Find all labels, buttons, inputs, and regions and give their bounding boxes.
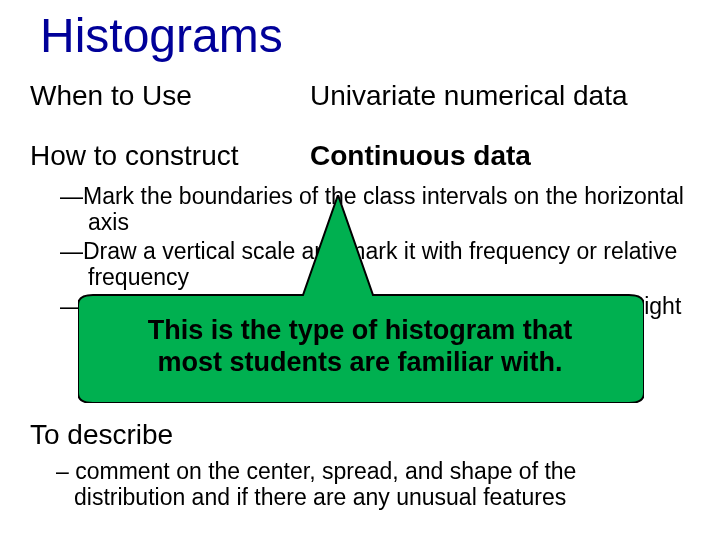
when-to-use-label: When to Use [30,80,192,112]
how-to-construct-value: Continuous data [310,140,531,172]
to-describe-heading: To describe [30,419,173,451]
describe-bullets: – comment on the center, spread, and sha… [56,458,690,511]
construct-bullet-2: —Draw a vertical scale and mark it with … [60,238,690,291]
construct-bullet-1: —Mark the boundaries of the class interv… [60,183,690,236]
how-to-construct-label: How to construct [30,140,239,172]
callout-line-2: most students are familiar with. [157,347,562,377]
slide-title: Histograms [40,8,283,63]
describe-bullet-1: – comment on the center, spread, and sha… [56,458,690,511]
when-to-use-value: Univariate numerical data [310,80,628,112]
callout-line-1: This is the type of histogram that [148,315,573,345]
callout-text: This is the type of histogram that most … [90,314,630,379]
slide: Histograms When to Use Univariate numeri… [0,0,720,540]
